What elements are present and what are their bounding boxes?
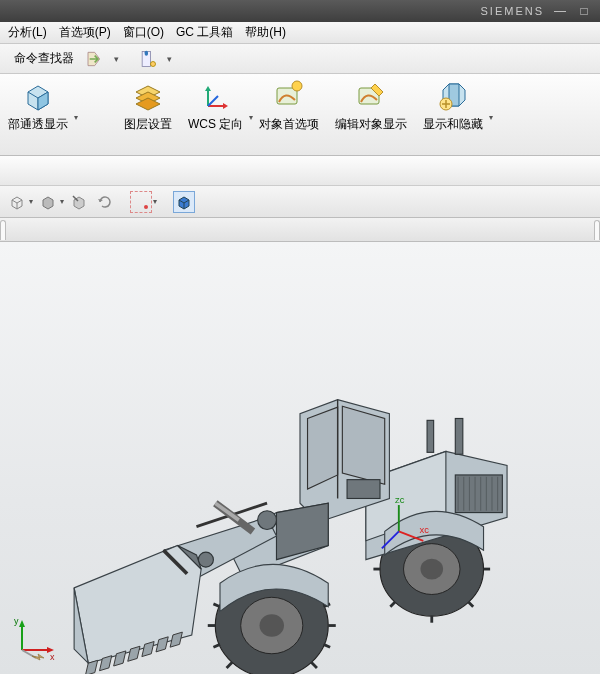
- ribbon-wcs-orient[interactable]: WCS 定向 ▾: [180, 78, 251, 155]
- svg-line-49: [227, 662, 233, 668]
- svg-rect-2: [145, 50, 148, 55]
- svg-marker-98: [19, 620, 25, 627]
- chevron-down-icon[interactable]: ▾: [153, 197, 157, 206]
- menu-bar: 分析(L) 首选项(P) 窗口(O) GC 工具箱 帮助(H): [0, 22, 600, 44]
- info-icon[interactable]: [135, 46, 161, 72]
- svg-marker-74: [276, 503, 328, 559]
- view-triad: x y: [10, 612, 60, 666]
- svg-line-38: [390, 602, 395, 607]
- svg-line-51: [213, 604, 220, 607]
- menu-window[interactable]: 窗口(O): [117, 24, 170, 41]
- shaded-mode-button[interactable]: [173, 191, 195, 213]
- tab-stub-left[interactable]: [0, 220, 6, 240]
- command-finder-bar: 命令查找器 ▾ ▾: [0, 44, 600, 74]
- edit-display-icon: [355, 80, 387, 112]
- ribbon-layer-settings[interactable]: 图层设置: [116, 78, 180, 155]
- minimize-button[interactable]: —: [554, 4, 568, 18]
- xray-arrow-icon[interactable]: [68, 191, 90, 213]
- dropdown-icon[interactable]: ▾: [112, 54, 121, 64]
- svg-marker-69: [308, 407, 338, 489]
- svg-text:zc: zc: [395, 494, 405, 505]
- loader-model: xc zc: [40, 362, 560, 674]
- svg-line-39: [468, 602, 473, 607]
- svg-line-54: [324, 644, 331, 647]
- ribbon-spacer: [0, 156, 600, 186]
- chevron-down-icon[interactable]: ▾: [60, 197, 64, 206]
- svg-line-50: [311, 662, 317, 668]
- layers-icon: [132, 80, 164, 112]
- svg-rect-67: [427, 420, 434, 452]
- wcs-icon: [200, 80, 232, 112]
- document-tabstrip: [0, 218, 600, 242]
- svg-point-42: [260, 614, 284, 637]
- menu-gc-toolbox[interactable]: GC 工具箱: [170, 24, 239, 41]
- command-finder-icon[interactable]: [4, 56, 10, 62]
- svg-line-12: [208, 96, 218, 106]
- brand-label: SIEMENS: [480, 5, 544, 17]
- ribbon: 部通透显示 ▾ 图层设置 WCS 定向 ▾: [0, 74, 600, 156]
- chevron-down-icon[interactable]: ▾: [29, 197, 33, 206]
- svg-marker-81: [74, 546, 201, 664]
- ribbon-show-hide[interactable]: 显示和隐藏 ▾: [415, 78, 491, 155]
- chevron-down-icon[interactable]: ▾: [489, 112, 493, 121]
- svg-rect-66: [455, 418, 463, 454]
- title-bar: SIEMENS — □: [0, 0, 600, 22]
- object-pref-icon: [273, 80, 305, 112]
- svg-marker-102: [32, 654, 44, 660]
- svg-point-78: [198, 552, 213, 567]
- command-finder-label: 命令查找器: [14, 50, 74, 67]
- ribbon-perspective[interactable]: 部通透显示 ▾: [0, 78, 76, 155]
- cube-perspective-icon: [22, 80, 54, 112]
- menu-help[interactable]: 帮助(H): [239, 24, 292, 41]
- show-hide-icon: [437, 80, 469, 112]
- rotate-arrow-icon[interactable]: [94, 191, 116, 213]
- ribbon-edit-object-display[interactable]: 编辑对象显示: [327, 78, 415, 155]
- restore-button[interactable]: □: [578, 4, 592, 18]
- svg-point-31: [420, 559, 443, 580]
- svg-text:xc: xc: [420, 524, 430, 535]
- menu-analyze[interactable]: 分析(L): [2, 24, 53, 41]
- svg-rect-57: [455, 475, 502, 513]
- svg-text:x: x: [50, 652, 55, 662]
- svg-point-3: [151, 61, 156, 66]
- svg-point-16: [292, 81, 302, 91]
- chevron-down-icon[interactable]: ▾: [74, 112, 78, 121]
- view-toolbar: ▾ ▾ ▾: [0, 186, 600, 218]
- svg-text:y: y: [14, 616, 19, 626]
- dropdown-icon-2[interactable]: ▾: [165, 54, 174, 64]
- svg-point-77: [258, 511, 277, 530]
- menu-preferences[interactable]: 首选项(P): [53, 24, 117, 41]
- wireframe-cube-icon[interactable]: [6, 191, 28, 213]
- shaded-cube-icon[interactable]: [37, 191, 59, 213]
- ribbon-object-prefs[interactable]: 对象首选项: [251, 78, 327, 155]
- region-select-icon[interactable]: [130, 191, 152, 213]
- tab-stub-right[interactable]: [594, 220, 600, 240]
- svg-marker-23: [43, 197, 53, 209]
- svg-marker-70: [342, 406, 384, 484]
- svg-marker-14: [223, 103, 228, 109]
- svg-point-26: [144, 205, 148, 209]
- svg-marker-13: [205, 86, 211, 91]
- svg-rect-72: [347, 480, 380, 499]
- finder-arrow-icon[interactable]: [78, 46, 108, 72]
- svg-line-53: [213, 644, 220, 647]
- 3d-viewport[interactable]: xc zc x y: [0, 242, 600, 674]
